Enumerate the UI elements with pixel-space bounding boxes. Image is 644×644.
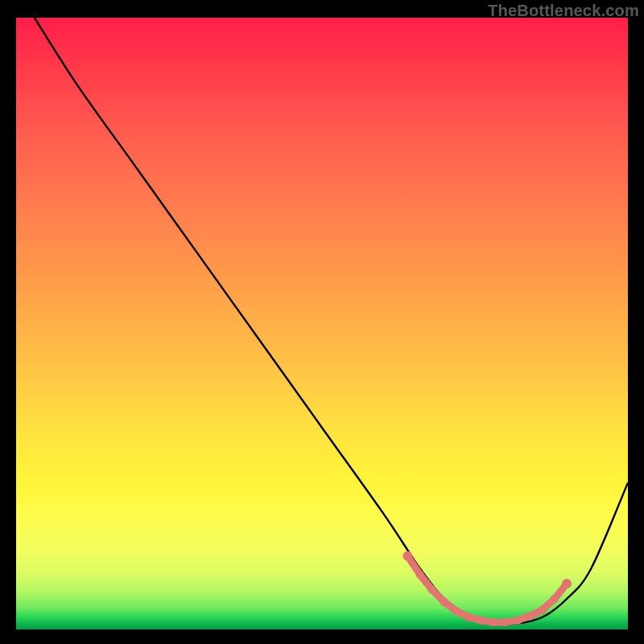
valley-dot [440,598,448,606]
valley-dot [514,616,522,624]
valley-dot [464,613,473,621]
valley-dot [489,618,497,626]
valley-dot [538,606,546,614]
bottleneck-curve-path [35,18,628,624]
valley-dot [526,612,534,620]
valley-dot [562,579,572,588]
gradient-plot-area [16,18,628,630]
valley-dot [551,595,559,603]
valley-dot [428,585,436,593]
chart-frame: TheBottleneck.com [0,0,644,644]
valley-dot [402,551,412,561]
valley-dot [502,618,510,626]
valley-dot [477,616,485,624]
curve-layer [16,18,628,630]
valley-dot [452,607,460,615]
valley-dot [415,570,423,578]
